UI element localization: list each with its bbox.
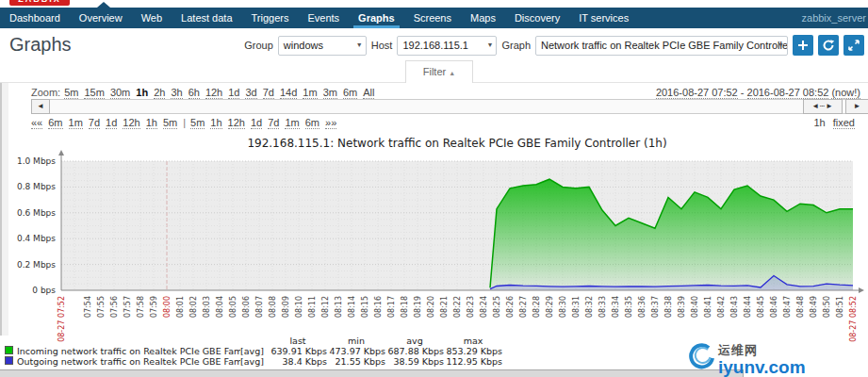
fixed-row: 1hfixed xyxy=(814,117,861,128)
fixed-link[interactable]: fixed xyxy=(833,117,855,129)
filter-toggle[interactable]: Filter ▲ xyxy=(405,60,473,83)
move-fwd-1d[interactable]: 1d xyxy=(251,117,262,129)
nav-item-graphs[interactable]: Graphs xyxy=(349,8,404,28)
x-tick-label: 07:59 xyxy=(150,296,158,318)
watermark: 运维网 iyunv.com xyxy=(688,342,806,376)
nav-item-dashboard[interactable]: Dashboard xyxy=(0,8,70,28)
move-back-12h[interactable]: 12h xyxy=(123,117,139,129)
x-tick-label: 08:13 xyxy=(335,296,343,318)
zoom-30m[interactable]: 30m xyxy=(110,87,130,99)
move-fwd-6m[interactable]: 6m xyxy=(305,117,319,129)
zoom-3h[interactable]: 3h xyxy=(171,87,182,99)
move-back-1m[interactable]: 1m xyxy=(69,117,83,129)
range-now-link[interactable]: (now!) xyxy=(831,87,860,99)
x-tick-label: 08:30 xyxy=(559,296,567,318)
x-tick-label: 08:05 xyxy=(229,296,237,318)
move-fwd-7d[interactable]: 7d xyxy=(268,117,279,129)
legend-func-label: [avg] xyxy=(240,356,269,367)
nav-list: DashboardOverviewWebLatest dataTriggersE… xyxy=(0,8,868,28)
zoom-15m[interactable]: 15m xyxy=(84,87,104,99)
zoom-12h[interactable]: 12h xyxy=(205,87,222,99)
zoom-2h[interactable]: 2h xyxy=(154,87,165,99)
x-tick-label: 08:03 xyxy=(203,296,211,318)
move-back-6m[interactable]: 6m xyxy=(48,117,62,129)
group-select-value: windows xyxy=(284,40,323,51)
legend-spacer xyxy=(17,336,240,346)
scroll-left-button[interactable]: ◄ xyxy=(31,99,50,114)
x-tick-label: 08:23 xyxy=(467,296,475,318)
x-tick-label: 08:49 xyxy=(810,296,818,318)
nav-item-events[interactable]: Events xyxy=(298,8,349,28)
move-back-1h[interactable]: 1h xyxy=(146,117,157,129)
move-prev-link[interactable]: «« xyxy=(31,117,42,129)
zoom-1h[interactable]: 1h xyxy=(136,87,148,98)
chevron-down-icon: ▼ xyxy=(356,41,363,48)
y-tick-label: 0.2 Mbps xyxy=(17,260,56,270)
nav-item-triggers[interactable]: Triggers xyxy=(242,8,299,28)
scroll-drag-handle[interactable]: ◄┄► xyxy=(803,99,843,114)
move-back-7d[interactable]: 7d xyxy=(89,117,100,129)
y-tick-label: 0 bps xyxy=(32,286,56,295)
nav-item-web[interactable]: Web xyxy=(132,8,172,28)
legend-swatch-cell xyxy=(5,346,17,356)
horizontal-scrollbar[interactable] xyxy=(0,369,744,377)
zoom-14d[interactable]: 14d xyxy=(280,87,297,99)
iyunv-logo-icon xyxy=(688,342,714,370)
x-tick-label: 08:47 xyxy=(783,296,792,318)
scroll-right-button[interactable]: ► xyxy=(845,99,868,114)
zoom-3d[interactable]: 3d xyxy=(245,87,256,99)
y-tick-label: 0.8 Mbps xyxy=(17,182,56,191)
range-separator: - xyxy=(738,87,747,98)
x-tick-label: 08:21 xyxy=(440,296,449,318)
x-tick-label: 08:32 xyxy=(585,296,594,318)
move-fwd-12h[interactable]: 12h xyxy=(228,117,245,129)
fullscreen-button[interactable] xyxy=(843,35,864,56)
zoom-label: Zoom: xyxy=(31,87,60,98)
x-tick-label: 08:28 xyxy=(532,296,541,318)
legend-value-last: 38.4 Kbps xyxy=(269,356,327,367)
graph-select[interactable]: Network traffic on Realtek PCIe GBE Fami… xyxy=(535,36,788,56)
nav-item-latest-data[interactable]: Latest data xyxy=(172,8,241,28)
zoom-6h[interactable]: 6h xyxy=(188,87,200,99)
zoom-3m[interactable]: 3m xyxy=(323,87,337,99)
x-axis-arrow-icon xyxy=(859,287,864,293)
move-back-5m[interactable]: 5m xyxy=(163,117,177,129)
nav-item-maps[interactable]: Maps xyxy=(461,8,505,28)
move-fwd-1h[interactable]: 1h xyxy=(210,117,221,129)
zoom-row: Zoom:5m15m30m1h2h3h6h12h1d3d7d14d1m3m6mA… xyxy=(31,87,380,98)
zoom-5m[interactable]: 5m xyxy=(64,87,78,99)
legend-value-max: 112.95 Kbps xyxy=(444,356,502,367)
refresh-button[interactable] xyxy=(818,35,839,56)
chevron-down-icon: ▼ xyxy=(778,41,784,48)
date-range: 2016-08-27 07:52 - 2016-08-27 08:52 (now… xyxy=(656,87,860,98)
y-axis-arrow-icon xyxy=(58,150,64,156)
legend-spacer xyxy=(5,336,17,346)
group-select[interactable]: windows ▼ xyxy=(278,36,367,56)
nav-item-it-services[interactable]: IT services xyxy=(569,8,638,28)
time-scrollbar-track[interactable]: ◄ ◄┄► ► xyxy=(31,99,868,114)
zoom-7d[interactable]: 7d xyxy=(263,87,274,99)
zoom-1m[interactable]: 1m xyxy=(303,87,317,99)
range-from-link[interactable]: 2016-08-27 07:52 xyxy=(656,87,738,99)
nav-item-discovery[interactable]: Discovery xyxy=(505,8,569,28)
zabbix-logo[interactable]: ZABBIX xyxy=(9,0,70,6)
x-tick-label: 08:24 xyxy=(480,296,488,318)
move-fwd-5m[interactable]: 5m xyxy=(190,117,205,129)
x-tick-label: 08:42 xyxy=(717,296,726,318)
plus-icon xyxy=(796,39,810,52)
zoom-1d[interactable]: 1d xyxy=(228,87,239,99)
x-tick-label: 08:34 xyxy=(612,296,620,318)
nav-item-screens[interactable]: Screens xyxy=(404,8,461,28)
nav-item-overview[interactable]: Overview xyxy=(70,8,132,28)
x-tick-label: 08:46 xyxy=(770,296,778,318)
add-graph-button[interactable] xyxy=(793,35,813,56)
move-next-link[interactable]: »» xyxy=(325,117,336,129)
move-fwd-1m[interactable]: 1m xyxy=(285,117,299,129)
x-tick-label: 08:33 xyxy=(598,296,607,318)
zoom-6m[interactable]: 6m xyxy=(343,87,357,99)
host-select[interactable]: 192.168.115.1 ▼ xyxy=(397,36,497,56)
move-back-1d[interactable]: 1d xyxy=(106,117,117,129)
zoom-all[interactable]: All xyxy=(363,87,374,99)
x-tick-label: 08:00 xyxy=(163,296,172,318)
range-to-link[interactable]: 2016-08-27 08:52 xyxy=(747,87,829,99)
